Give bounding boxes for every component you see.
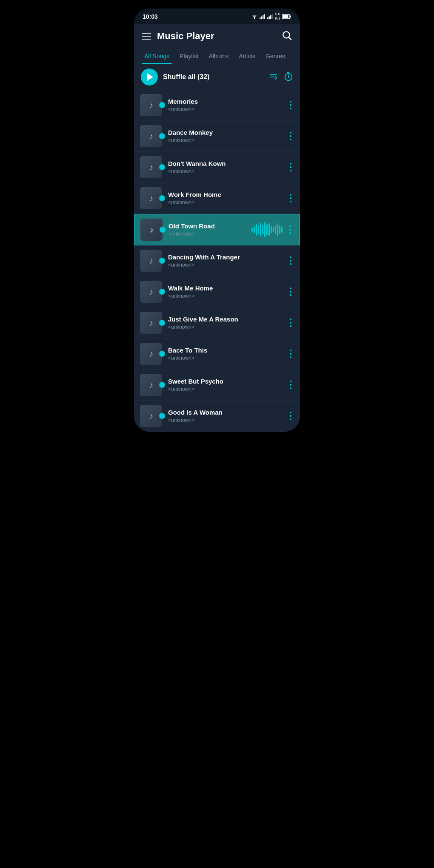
wifi-icon <box>251 14 258 19</box>
song-item[interactable]: ♪Sweet But Psycho<unknown> <box>134 370 300 401</box>
song-artist: <unknown> <box>168 355 287 361</box>
menu-button[interactable] <box>142 33 151 40</box>
song-thumbnail: ♪ <box>140 281 162 303</box>
page-title: Music Player <box>157 31 275 42</box>
svg-rect-2 <box>261 17 262 20</box>
svg-point-12 <box>283 31 289 38</box>
song-artist: <unknown> <box>168 168 287 174</box>
song-item[interactable]: ♪Dance Monkey<unknown> <box>134 121 300 152</box>
song-title: Dance Monkey <box>168 129 287 136</box>
waveform-bar <box>271 226 272 233</box>
status-bar: 10:03 6.0 K/s <box>134 9 300 24</box>
song-item[interactable]: ♪Work From Home<unknown> <box>134 183 300 214</box>
song-artist: <unknown> <box>168 293 287 299</box>
song-artist: <unknown> <box>168 199 287 205</box>
phone-frame: 10:03 6.0 K/s <box>134 9 300 432</box>
song-artist: <unknown> <box>168 137 287 143</box>
waveform-bar <box>277 223 278 236</box>
shuffle-play-button[interactable] <box>141 68 158 85</box>
waveform-bar <box>260 223 261 236</box>
more-options-button[interactable] <box>287 255 294 267</box>
music-note-icon: ♪ <box>149 162 153 172</box>
song-title: Don't Wanna Kown <box>168 160 287 167</box>
shuffle-label: Shuffle all (32) <box>163 73 263 81</box>
song-item[interactable]: ♪Memories<unknown> <box>134 90 300 121</box>
play-triangle-icon <box>147 73 153 81</box>
song-info: Dance Monkey<unknown> <box>168 129 287 143</box>
svg-rect-6 <box>268 17 270 20</box>
song-artist: <unknown> <box>168 324 287 330</box>
song-item[interactable]: ♪Don't Wanna Kown<unknown> <box>134 152 300 183</box>
music-note-icon: ♪ <box>149 349 153 359</box>
song-thumbnail: ♪ <box>140 343 162 365</box>
song-thumbnail: ♪ <box>140 94 162 116</box>
song-thumbnail: ♪ <box>140 250 162 272</box>
tab-artists[interactable]: Artists <box>234 48 260 64</box>
waveform-bar <box>254 226 255 233</box>
song-title: Just Give Me A Reason <box>168 316 287 323</box>
music-note-icon: ♪ <box>149 380 153 390</box>
music-note-icon: ♪ <box>149 225 154 235</box>
waveform-bar <box>275 225 276 234</box>
music-note-icon: ♪ <box>149 318 153 328</box>
svg-rect-1 <box>260 17 261 19</box>
svg-point-0 <box>254 18 255 19</box>
waveform-bar <box>268 223 270 236</box>
waveform-bar <box>281 227 283 233</box>
signal2-icon <box>267 14 273 19</box>
header: Music Player <box>134 24 300 48</box>
waveform-bar <box>251 228 253 232</box>
song-item[interactable]: ♪Good Is A Woman<unknown> <box>134 401 300 432</box>
more-options-button[interactable] <box>287 161 294 173</box>
more-options-button[interactable] <box>287 99 294 111</box>
waveform-bar <box>266 224 268 235</box>
tab-all-songs[interactable]: All Songs <box>139 48 174 64</box>
tab-playlist[interactable]: Playlist <box>174 48 203 64</box>
svg-rect-8 <box>271 14 273 20</box>
song-item[interactable]: ♪Dancing With A Tranger<unknown> <box>134 245 300 276</box>
song-thumbnail: ♪ <box>140 156 162 178</box>
svg-line-13 <box>289 37 291 40</box>
search-button[interactable] <box>281 30 292 43</box>
song-info: Walk Me Home<unknown> <box>168 285 287 299</box>
song-title: Memories <box>168 98 287 105</box>
music-note-icon: ♪ <box>149 256 153 266</box>
music-note-icon: ♪ <box>149 287 153 297</box>
sort-icon[interactable] <box>268 72 278 82</box>
tabs-bar: All Songs Playlist Albums Artists Genres <box>134 48 300 64</box>
waveform-bar <box>279 225 280 234</box>
waveform <box>251 222 283 237</box>
waveform-bar <box>264 222 266 237</box>
song-artist: <unknown> <box>168 262 287 268</box>
song-artist: <unknown> <box>168 386 287 392</box>
more-options-button[interactable] <box>287 379 294 391</box>
song-title: Good Is A Woman <box>168 409 287 416</box>
song-info: Memories<unknown> <box>168 98 287 112</box>
song-item[interactable]: ♪Just Give Me A Reason<unknown> <box>134 307 300 339</box>
more-options-button[interactable] <box>287 317 294 329</box>
music-note-icon: ♪ <box>149 411 153 421</box>
song-item[interactable]: ♪Bace To This<unknown> <box>134 339 300 370</box>
more-options-button[interactable] <box>287 348 294 360</box>
music-note-icon: ♪ <box>149 131 153 141</box>
svg-rect-3 <box>263 15 264 19</box>
song-item[interactable]: ♪Walk Me Home<unknown> <box>134 276 300 307</box>
more-options-button[interactable] <box>287 130 294 142</box>
svg-rect-10 <box>290 16 291 18</box>
song-title: Sweet But Psycho <box>168 378 287 385</box>
more-options-button[interactable] <box>287 286 294 298</box>
tab-albums[interactable]: Albums <box>204 48 234 64</box>
music-note-icon: ♪ <box>149 100 153 110</box>
repeat-icon[interactable] <box>284 72 293 82</box>
song-thumbnail: ♪ <box>140 219 163 241</box>
song-artist: <unknown> <box>168 231 251 237</box>
more-options-button[interactable] <box>287 410 294 422</box>
tab-genres[interactable]: Genres <box>260 48 290 64</box>
song-item[interactable]: ♪Old Town Road<unknown> <box>134 214 300 245</box>
song-info: Good Is A Woman<unknown> <box>168 409 287 423</box>
more-options-button[interactable] <box>287 192 294 204</box>
network-speed: 6.0 K/s <box>275 12 280 21</box>
song-title: Walk Me Home <box>168 285 287 292</box>
song-info: Dancing With A Tranger<unknown> <box>168 253 287 268</box>
more-options-button[interactable] <box>287 224 294 236</box>
